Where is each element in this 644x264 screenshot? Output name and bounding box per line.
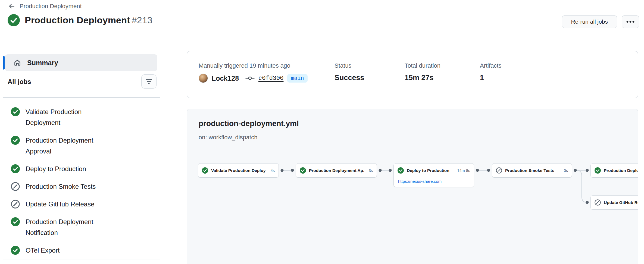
commit-sha-link[interactable]: c0fd300: [258, 75, 283, 82]
workflow-filename: production-deployment.yml: [199, 119, 299, 128]
summary-selected-indicator: [3, 56, 5, 70]
home-icon: [14, 59, 21, 67]
status-label: Status: [334, 62, 351, 69]
success-check-icon: [11, 246, 20, 255]
node-deployment-link[interactable]: https://nexus-share.com: [398, 179, 474, 184]
back-arrow-icon[interactable]: [8, 3, 15, 10]
success-check-icon: [398, 167, 404, 174]
git-commit-icon: [245, 75, 255, 81]
success-check-icon: [595, 167, 601, 174]
success-check-icon: [11, 107, 20, 116]
job-item-production-deployment-approval[interactable]: Production Deployment Approval: [11, 135, 125, 157]
skipped-icon: [496, 167, 502, 174]
trigger-label: Manually triggered 19 minutes ago: [199, 62, 290, 69]
success-check-icon: [202, 167, 208, 174]
success-check-icon: [300, 167, 306, 174]
node-duration: 0s: [564, 168, 568, 173]
run-summary-card: Manually triggered 19 minutes ago Lock12…: [187, 51, 638, 98]
graph-node-update-github-release[interactable]: Update GitHub Rel: [590, 195, 638, 210]
skipped-icon: [11, 200, 20, 209]
trigger-details-row: Lock128 c0fd300 main: [199, 74, 308, 83]
job-item-otel-export[interactable]: OTel Export: [11, 245, 125, 256]
all-jobs-label: All jobs: [8, 78, 31, 86]
breadcrumb[interactable]: Production Deployment: [8, 3, 82, 10]
job-item-update-github-release[interactable]: Update GitHub Release: [11, 199, 125, 210]
success-check-icon: [11, 217, 20, 226]
job-item-production-deployment-notification[interactable]: Production Deployment Notification: [11, 216, 125, 238]
sidebar-summary-label: Summary: [27, 59, 58, 67]
rerun-all-jobs-button[interactable]: Re-run all jobs: [562, 15, 617, 28]
success-check-icon: [11, 164, 20, 173]
graph-node-production-deployment-approval[interactable]: Production Deployment Ap... 3s: [296, 163, 377, 178]
skipped-icon: [595, 199, 601, 206]
workflow-graph-card: production-deployment.yml on: workflow_d…: [187, 109, 638, 264]
breadcrumb-label[interactable]: Production Deployment: [20, 3, 82, 10]
job-list: Validate Production Deployment Productio…: [11, 106, 125, 263]
job-item-validate-production-deployment[interactable]: Validate Production Deployment: [11, 106, 125, 128]
more-options-button[interactable]: [622, 15, 639, 28]
status-value: Success: [334, 74, 364, 82]
header-actions: Re-run all jobs: [562, 15, 639, 28]
filter-jobs-button[interactable]: [141, 74, 157, 89]
graph-node-validate-production-deployment[interactable]: Validate Production Deploy... 4s: [198, 163, 279, 178]
artifacts-label: Artifacts: [480, 62, 501, 69]
success-check-icon: [11, 136, 20, 145]
filter-icon: [145, 78, 153, 85]
sidebar-item-summary[interactable]: Summary: [5, 54, 157, 71]
artifacts-count-link[interactable]: 1: [480, 74, 484, 82]
job-item-production-smoke-tests[interactable]: Production Smoke Tests: [11, 181, 125, 192]
run-title-row: Production Deployment#213: [8, 14, 152, 26]
kebab-horizontal-icon: [626, 21, 634, 23]
duration-value-link[interactable]: 15m 27s: [405, 74, 434, 82]
skipped-icon: [11, 182, 20, 191]
sidebar-divider-bottom: [3, 259, 160, 259]
graph-node-production-smoke-tests[interactable]: Production Smoke Tests 0s: [492, 163, 572, 178]
branch-badge[interactable]: main: [287, 74, 307, 83]
avatar[interactable]: [199, 74, 208, 83]
node-duration: 14m 8s: [457, 168, 470, 173]
duration-label: Total duration: [405, 62, 440, 69]
run-number: #213: [132, 15, 152, 25]
run-status-success-icon: [8, 14, 20, 26]
job-item-deploy-to-production[interactable]: Deploy to Production: [11, 164, 125, 174]
actor-login[interactable]: Lock128: [212, 74, 239, 82]
sidebar-divider-top: [3, 97, 160, 98]
node-duration: 3s: [369, 168, 373, 173]
workflow-trigger: on: workflow_dispatch: [199, 134, 257, 141]
graph-node-deploy-to-production[interactable]: Deploy to Production 14m 8s https://nexu…: [393, 163, 474, 187]
graph-node-production-deployment-notification[interactable]: Production Deploy: [590, 163, 638, 178]
page-title: Production Deployment#213: [25, 15, 152, 26]
node-duration: 4s: [271, 168, 275, 173]
